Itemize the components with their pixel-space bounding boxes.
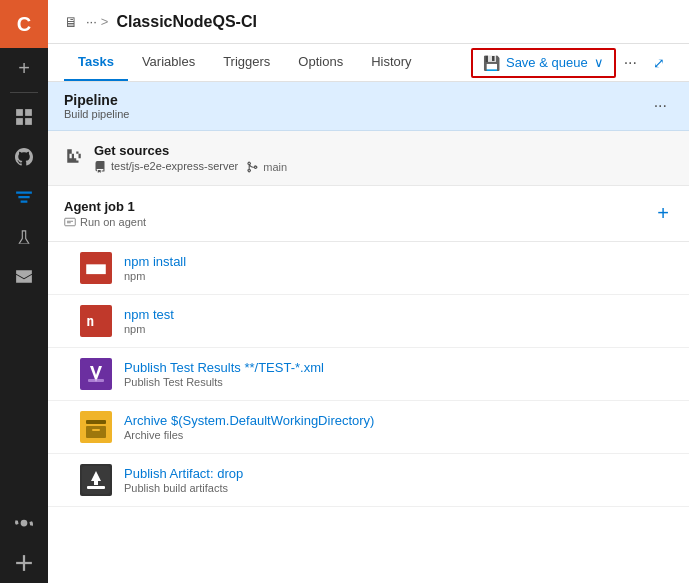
task-npm-install[interactable]: n npm install npm [48, 242, 689, 295]
svg-rect-15 [86, 426, 106, 438]
publish-test-results-sub: Publish Test Results [124, 376, 673, 388]
svg-rect-6 [65, 218, 76, 226]
save-queue-button[interactable]: 💾 Save & queue ∨ [471, 48, 616, 78]
agent-job-info: Agent job 1 Run on agent [64, 199, 653, 228]
breadcrumb: ··· > [86, 14, 108, 29]
task-npm-test[interactable]: n npm test npm [48, 295, 689, 348]
publish-artifact-sub: Publish build artifacts [124, 482, 673, 494]
sidebar-logo[interactable]: C [0, 0, 48, 48]
pipeline-title: Pipeline [64, 92, 648, 108]
task-archive[interactable]: Archive $(System.DefaultWorkingDirectory… [48, 401, 689, 454]
svg-rect-14 [86, 420, 106, 424]
tab-variables[interactable]: Variables [128, 44, 209, 81]
svg-rect-18 [87, 486, 105, 489]
sidebar-icon-settings[interactable] [0, 503, 48, 543]
archive-sub: Archive files [124, 429, 673, 441]
tab-options[interactable]: Options [284, 44, 357, 81]
sidebar-icon-plus-bottom[interactable] [0, 543, 48, 583]
svg-rect-0 [16, 109, 23, 116]
agent-job-sub-label: Run on agent [80, 216, 146, 228]
save-queue-dropdown-icon[interactable]: ∨ [594, 55, 604, 70]
npm-install-sub: npm [124, 270, 673, 282]
sources-branch: main [246, 161, 287, 173]
floppy-icon: 💾 [483, 55, 500, 71]
task-publish-artifact[interactable]: Publish Artifact: drop Publish build art… [48, 454, 689, 507]
nav-more-button[interactable]: ··· [616, 48, 645, 78]
tab-triggers[interactable]: Triggers [209, 44, 284, 81]
agent-job-subtitle: Run on agent [64, 216, 653, 228]
sources-repo-name: test/js-e2e-express-server [111, 160, 238, 172]
svg-text:n: n [86, 314, 94, 329]
sidebar-icon-pipelines[interactable] [0, 177, 48, 217]
sidebar-add-icon[interactable]: + [0, 48, 48, 88]
sidebar-icon-repos[interactable] [0, 137, 48, 177]
svg-rect-2 [16, 118, 23, 125]
agent-job-title[interactable]: Agent job 1 [64, 199, 653, 214]
svg-rect-12 [88, 379, 104, 382]
pipeline-info: Pipeline Build pipeline [64, 92, 648, 120]
publish-test-results-icon [80, 358, 112, 390]
sources-icon [64, 147, 84, 169]
sources-repo: test/js-e2e-express-server [94, 160, 238, 173]
npm-test-title: npm test [124, 307, 673, 322]
topbar: 🖥 ··· > ClassicNodeQS-CI [48, 0, 689, 44]
archive-icon [80, 411, 112, 443]
npm-test-sub: npm [124, 323, 673, 335]
npm-test-info: npm test npm [124, 307, 673, 335]
publish-artifact-icon [80, 464, 112, 496]
breadcrumb-more[interactable]: ··· [86, 14, 97, 29]
tab-history[interactable]: History [357, 44, 425, 81]
tab-tasks[interactable]: Tasks [64, 44, 128, 81]
get-sources-row[interactable]: Get sources test/js-e2e-express-server m… [48, 131, 689, 186]
svg-rect-10 [82, 360, 110, 388]
publish-artifact-title: Publish Artifact: drop [124, 466, 673, 481]
archive-title: Archive $(System.DefaultWorkingDirectory… [124, 413, 673, 428]
pipeline-section: Pipeline Build pipeline ··· [48, 82, 689, 131]
content-area: Pipeline Build pipeline ··· Get sources … [48, 82, 689, 583]
npm-install-title: npm install [124, 254, 673, 269]
publish-test-results-info: Publish Test Results **/TEST-*.xml Publi… [124, 360, 673, 388]
pipeline-subtitle: Build pipeline [64, 108, 648, 120]
svg-rect-16 [92, 429, 100, 431]
sources-title: Get sources [94, 143, 673, 158]
publish-test-results-title: Publish Test Results **/TEST-*.xml [124, 360, 673, 375]
breadcrumb-separator: > [101, 14, 109, 29]
sidebar-icon-artifacts[interactable] [0, 257, 48, 297]
svg-rect-3 [25, 118, 32, 125]
archive-info: Archive $(System.DefaultWorkingDirectory… [124, 413, 673, 441]
sidebar-icon-test[interactable] [0, 217, 48, 257]
svg-text:n: n [86, 261, 94, 276]
nav-tabs: Tasks Variables Triggers Options History… [48, 44, 689, 82]
pipeline-icon: 🖥 [64, 14, 78, 30]
task-publish-test-results[interactable]: Publish Test Results **/TEST-*.xml Publi… [48, 348, 689, 401]
agent-job-row: Agent job 1 Run on agent + [48, 186, 689, 242]
publish-artifact-info: Publish Artifact: drop Publish build art… [124, 466, 673, 494]
sources-branch-name: main [263, 161, 287, 173]
npm-install-icon: n [80, 252, 112, 284]
npm-install-info: npm install npm [124, 254, 673, 282]
sidebar-divider [10, 92, 38, 93]
save-queue-label: Save & queue [506, 55, 588, 70]
sidebar: C + [0, 0, 48, 583]
add-task-button[interactable]: + [653, 198, 673, 229]
sidebar-icon-boards[interactable] [0, 97, 48, 137]
sources-detail: test/js-e2e-express-server main [94, 160, 673, 173]
svg-rect-1 [25, 109, 32, 116]
svg-rect-5 [16, 562, 32, 564]
npm-test-icon: n [80, 305, 112, 337]
page-title: ClassicNodeQS-CI [116, 13, 256, 31]
nav-external-link[interactable]: ⤢ [645, 49, 673, 77]
sources-info: Get sources test/js-e2e-express-server m… [94, 143, 673, 173]
main-content: 🖥 ··· > ClassicNodeQS-CI Tasks Variables… [48, 0, 689, 583]
pipeline-more-button[interactable]: ··· [648, 95, 673, 117]
